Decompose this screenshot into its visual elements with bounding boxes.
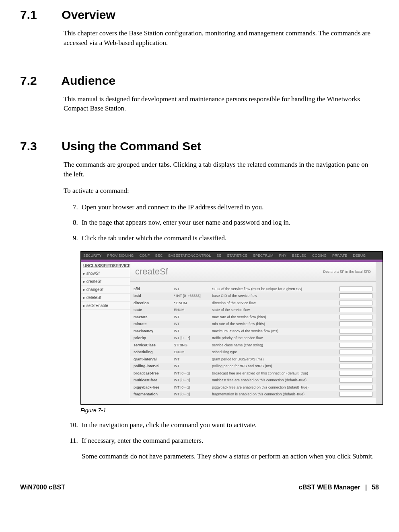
overview-paragraph: This chapter covers the Base Station con…	[64, 29, 375, 48]
tab[interactable]: SECURITY	[83, 254, 102, 258]
tab[interactable]: PRIVATE	[332, 254, 347, 258]
param-desc: piggyback free are enabled on this conne…	[212, 385, 339, 391]
param-name: grant-interval	[134, 357, 174, 362]
param-input[interactable]	[339, 385, 372, 390]
param-desc: polling period for rtPS and nrtPS (ms)	[212, 364, 339, 369]
vertical-scrollbar[interactable]	[376, 262, 383, 404]
param-desc: broadcast free are enabled on this conne…	[212, 371, 339, 376]
figure-caption: Figure 7-1	[80, 407, 367, 413]
param-row: serviceClassSTRINGservice class name (ch…	[130, 342, 376, 349]
tab[interactable]: PROVISIONING	[107, 254, 134, 258]
nav-item[interactable]: ▸ showSf	[81, 270, 130, 278]
nav-item[interactable]: ▸ setSfEnable	[81, 302, 130, 310]
param-desc: direction of the service flow	[212, 301, 339, 306]
figure-7-1: SECURITY PROVISIONING CONF BSC BASESTATI…	[80, 251, 383, 405]
nav-item[interactable]: ▸ changeSf	[81, 286, 130, 294]
tab[interactable]: STATISTICS	[227, 254, 247, 258]
section-number: 7.3	[20, 139, 58, 153]
tab[interactable]: SPECTRUM	[253, 254, 274, 258]
param-type: INT [0→1]	[174, 378, 212, 383]
param-input[interactable]	[339, 392, 372, 397]
step-9: Click the tab under which the command is…	[80, 233, 379, 243]
footer-title: cBST WEB Manager	[299, 484, 360, 491]
command-header: createSf Declare a SF in the local SFD	[130, 262, 376, 282]
param-desc: base CID of the service flow	[212, 293, 339, 299]
footer-separator: |	[365, 484, 367, 491]
param-type: INT [0→1]	[174, 371, 212, 376]
param-input[interactable]	[339, 301, 372, 305]
param-type: INT	[174, 364, 212, 369]
param-desc: traffic priority of the service flow	[212, 336, 339, 341]
using-paragraph-2: To activate a command:	[64, 186, 375, 196]
param-input[interactable]	[339, 336, 372, 340]
using-paragraph-1: The commands are grouped under tabs. Cli…	[64, 160, 375, 179]
param-type: STRING	[174, 343, 212, 348]
param-type: INT	[174, 286, 212, 292]
param-row: multicast-freeINT [0→1]multicast free ar…	[130, 377, 376, 384]
param-row: fragmentationINT [0→1]fragmentation is e…	[130, 391, 376, 398]
param-name: piggyback-free	[134, 385, 174, 391]
param-input[interactable]	[339, 357, 372, 362]
step-7: Open your browser and connect to the IP …	[80, 203, 379, 212]
navigation-pane: UNCLASSIFIEDSERVICEFLOW ▸ showSf ▸ creat…	[81, 262, 130, 404]
tab[interactable]: BASESTATIONCONTROL	[169, 254, 211, 258]
param-row: maxlatencyINTmaximum latency of the serv…	[130, 328, 376, 335]
param-input[interactable]	[339, 315, 372, 319]
param-row: stateENUMstate of the service flow	[130, 307, 376, 314]
param-desc: scheduling type	[212, 350, 339, 355]
tab[interactable]: DEBUG	[353, 254, 366, 258]
command-description: Declare a SF in the local SFD	[323, 270, 371, 274]
param-row: minrateINTmin rate of the service flow (…	[130, 321, 376, 328]
param-row: bsid* INT [0→65535]base CID of the servi…	[130, 293, 376, 300]
param-input[interactable]	[339, 364, 372, 368]
figure-7-1-container: SECURITY PROVISIONING CONF BSC BASESTATI…	[80, 251, 367, 413]
app-tab-bar: SECURITY PROVISIONING CONF BSC BASESTATI…	[81, 252, 383, 260]
param-input[interactable]	[339, 350, 372, 354]
param-name: scheduling	[134, 350, 174, 355]
param-type: INT	[174, 329, 212, 334]
section-7-2-heading: 7.2 Audience	[20, 74, 379, 88]
param-type: ENUM	[174, 350, 212, 355]
tab[interactable]: CONF	[140, 254, 150, 258]
tab[interactable]: BSC	[155, 254, 163, 258]
audience-paragraph: This manual is designed for development …	[64, 94, 375, 114]
section-number: 7.2	[20, 74, 58, 88]
param-input[interactable]	[339, 343, 372, 348]
param-desc: state of the service flow	[212, 307, 339, 313]
nav-item[interactable]: ▸ createSf	[81, 278, 130, 286]
param-row: piggyback-freeINT [0→1]piggyback free ar…	[130, 384, 376, 391]
param-input[interactable]	[339, 329, 372, 334]
param-name: maxlatency	[134, 329, 174, 334]
param-input[interactable]	[339, 293, 372, 298]
param-name: multicast-free	[134, 378, 174, 383]
param-input[interactable]	[339, 378, 372, 383]
param-name: bsid	[134, 293, 174, 299]
nav-group-title: UNCLASSIFIEDSERVICEFLOW	[81, 262, 130, 270]
page-footer: WiN7000 cBST cBST WEB Manager | 58	[0, 476, 399, 497]
section-number: 7.1	[20, 8, 58, 22]
step-11-text: If necessary, enter the command paramete…	[82, 437, 203, 444]
param-row: polling-intervalINTpolling period for rt…	[130, 363, 376, 370]
param-name: direction	[134, 301, 174, 306]
param-name: sfid	[134, 286, 174, 292]
nav-item[interactable]: ▸ deleteSf	[81, 294, 130, 302]
param-desc: grant period for UGS/ertPS (ms)	[212, 357, 339, 362]
param-input[interactable]	[339, 321, 372, 326]
tab[interactable]: SS	[216, 254, 221, 258]
param-desc: maximum latency of the service flow (ms)	[212, 329, 339, 334]
param-input[interactable]	[339, 371, 372, 376]
tab[interactable]: BSDLSC	[292, 254, 306, 258]
param-row: broadcast-freeINT [0→1]broadcast free ar…	[130, 370, 376, 377]
tab[interactable]: CODING	[312, 254, 327, 258]
param-input[interactable]	[339, 307, 372, 312]
param-input[interactable]	[339, 286, 372, 291]
param-row: priorityINT [0→7]traffic priority of the…	[130, 335, 376, 342]
main-pane: createSf Declare a SF in the local SFD s…	[130, 262, 376, 404]
step-11-note: Some commands do not have parameters. Th…	[82, 452, 379, 461]
param-row: schedulingENUMscheduling type	[130, 349, 376, 356]
param-type: INT [0→1]	[174, 392, 212, 397]
tab[interactable]: PHY	[279, 254, 286, 258]
param-desc: multicast free are enabled on this conne…	[212, 378, 339, 383]
parameter-table: sfidINTSFID of the service flow (must be…	[130, 282, 376, 398]
param-desc: SFID of the service flow (must be unique…	[212, 286, 339, 292]
